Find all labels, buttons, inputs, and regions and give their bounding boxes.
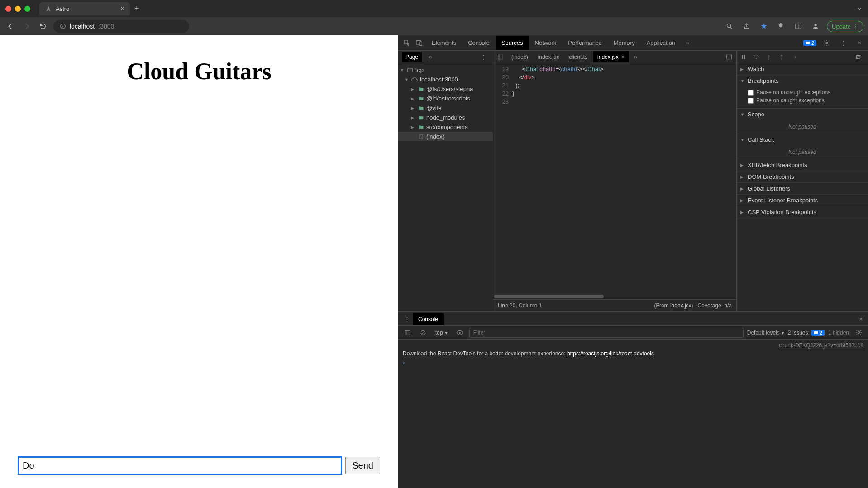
section-label: Global Listeners [748,185,790,192]
console-settings-icon[interactable] [853,327,864,339]
log-levels-selector[interactable]: Default levels ▾ [747,330,784,336]
browser-tab[interactable]: Astro × [39,2,130,15]
step-out-icon[interactable] [778,54,787,60]
deactivate-breakpoints-icon[interactable] [855,54,864,60]
navigator-menu-icon[interactable]: ⋮ [477,51,489,63]
editor-tab[interactable]: index.jsx× [593,51,629,62]
tree-folder[interactable]: ▶ src/components [398,122,493,132]
scrollbar-thumb[interactable] [494,295,604,298]
share-icon[interactable] [741,20,753,32]
tree-folder[interactable]: ▶ @id/astro:scripts [398,94,493,103]
code-area[interactable]: 19 20 21 22 23 <Chat chatId={chatId}></C… [493,63,736,299]
tab-elements[interactable]: Elements [426,36,462,50]
tree-folder[interactable]: ▶ @fs/Users/stepha [398,84,493,94]
tree-host[interactable]: ▼ localhost:3000 [398,75,493,84]
folder-icon [417,105,424,111]
section-header[interactable]: ▶Event Listener Breakpoints [737,195,868,206]
console-source-link[interactable]: chunk-DFKQJ226.js?v=d89583bf:8 [403,341,863,349]
console-output[interactable]: chunk-DFKQJ226.js?v=d89583bf:8 Download … [398,340,868,488]
section-header[interactable]: ▼Scope [737,109,868,120]
tab-memory[interactable]: Memory [608,36,640,50]
editor-tab[interactable]: client.ts [564,52,592,62]
editor-tab[interactable]: index.jsx [534,52,564,62]
step-icon[interactable] [791,54,800,60]
device-toolbar-icon[interactable] [414,37,425,49]
tree-label: localhost:3000 [420,76,458,83]
navigator-tab-page[interactable]: Page [402,52,422,62]
editor-tab[interactable]: (index) [507,52,533,62]
more-tabs-icon[interactable]: » [630,53,641,60]
settings-icon[interactable] [821,37,833,49]
console-prompt[interactable]: › [403,358,863,368]
extensions-icon[interactable] [775,20,787,32]
live-expression-icon[interactable] [454,327,466,339]
pause-caught-checkbox[interactable]: Pause on caught exceptions [748,96,864,105]
close-tab-icon[interactable]: × [621,53,625,60]
step-into-icon[interactable] [766,54,775,60]
section-header[interactable]: ▶XHR/fetch Breakpoints [737,159,868,171]
section-header[interactable]: ▶Global Listeners [737,183,868,194]
tab-console[interactable]: Console [463,36,495,50]
side-panel-icon[interactable] [792,20,804,32]
console-filter-input[interactable] [469,328,744,338]
send-button[interactable]: Send [345,457,380,474]
address-bar[interactable]: localhost:3000 [53,20,189,33]
tree-file[interactable]: (index) [398,132,493,141]
site-info-icon[interactable] [60,23,66,29]
webpage-viewport: Cloud Guitars Send [0,35,398,488]
tab-sources[interactable]: Sources [496,36,529,50]
toggle-debugger-icon[interactable] [724,54,734,60]
maximize-window-button[interactable] [24,6,30,12]
inspect-element-icon[interactable] [401,37,413,49]
profile-icon[interactable] [810,20,821,32]
step-over-icon[interactable] [753,54,762,60]
close-drawer-icon[interactable]: × [856,316,865,322]
toggle-navigator-icon[interactable] [495,54,506,60]
devtools-menu-icon[interactable]: ⋮ [837,37,849,49]
zoom-icon[interactable] [724,20,735,32]
react-devtools-link[interactable]: https://reactjs.org/link/react-devtools [567,350,654,357]
pause-uncaught-checkbox[interactable]: Pause on uncaught exceptions [748,88,864,96]
more-tabs-icon[interactable]: » [682,37,693,49]
tab-application[interactable]: Application [641,36,681,50]
toggle-console-sidebar-icon[interactable] [402,327,414,339]
forward-button[interactable] [21,20,33,32]
update-button[interactable]: Update ⋮ [827,21,863,32]
tree-root[interactable]: ▼ top [398,65,493,75]
section-label: Event Listener Breakpoints [748,197,818,204]
close-window-button[interactable] [5,6,11,12]
new-tab-button[interactable]: + [134,4,139,14]
navigator-more-icon[interactable]: » [424,51,436,63]
back-button[interactable] [5,20,16,32]
tabs-menu-icon[interactable] [856,5,863,12]
tree-folder[interactable]: ▶ @vite [398,103,493,113]
section-header[interactable]: ▶Watch [737,63,868,75]
close-devtools-icon[interactable]: × [854,37,865,49]
minimize-window-button[interactable] [15,6,21,12]
issues-summary[interactable]: 2 Issues: 2 [788,330,825,336]
tab-network[interactable]: Network [529,36,562,50]
bookmark-icon[interactable] [758,20,770,32]
pause-icon[interactable] [740,54,749,60]
reload-button[interactable] [37,20,49,32]
tab-performance[interactable]: Performance [563,36,607,50]
expand-icon: ▶ [411,115,415,120]
source-map-link[interactable]: index.jsx [670,302,692,309]
clear-console-icon[interactable] [417,327,429,339]
drawer-menu-icon[interactable]: ⋮ [401,313,413,325]
section-header[interactable]: ▶CSP Violation Breakpoints [737,206,868,218]
tree-folder[interactable]: ▶ node_modules [398,113,493,122]
section-header[interactable]: ▼Call Stack [737,134,868,145]
section-header[interactable]: ▼Breakpoints [737,75,868,86]
horizontal-scrollbar[interactable] [493,295,736,299]
console-context-selector[interactable]: top ▾ [433,329,450,337]
chat-input[interactable] [18,457,342,474]
url-path: :3000 [98,23,114,30]
issues-badge[interactable]: 2 [803,40,816,46]
close-tab-icon[interactable]: × [120,5,124,13]
hidden-messages[interactable]: 1 hidden [828,330,849,336]
chevron-down-icon: ▾ [445,330,448,336]
section-header[interactable]: ▶DOM Breakpoints [737,171,868,182]
page-title: Cloud Guitars [18,58,380,85]
console-drawer-tab[interactable]: Console [413,313,444,325]
